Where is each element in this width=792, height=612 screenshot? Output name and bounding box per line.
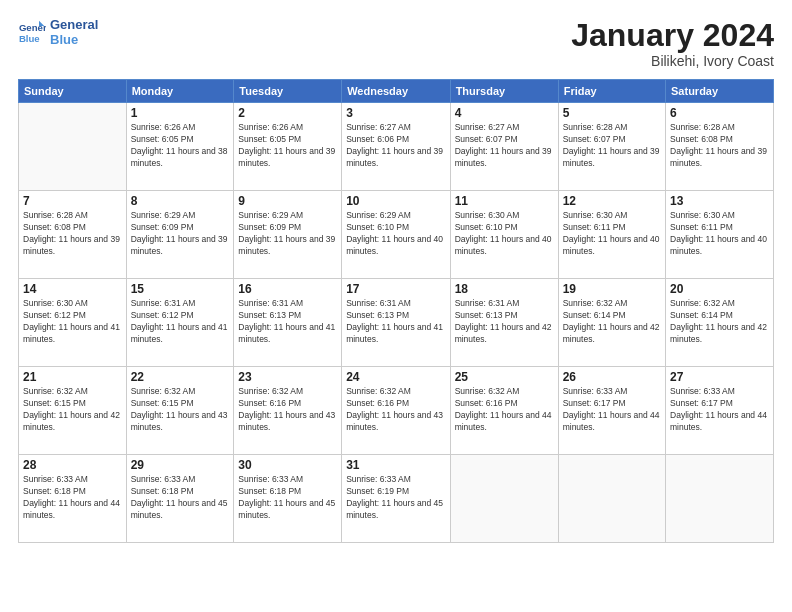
- weekday-tuesday: Tuesday: [234, 80, 342, 103]
- day-cell: [558, 455, 665, 543]
- svg-text:Blue: Blue: [19, 33, 40, 44]
- week-row-4: 21Sunrise: 6:32 AMSunset: 6:15 PMDayligh…: [19, 367, 774, 455]
- day-cell: 8Sunrise: 6:29 AMSunset: 6:09 PMDaylight…: [126, 191, 234, 279]
- day-cell: 11Sunrise: 6:30 AMSunset: 6:10 PMDayligh…: [450, 191, 558, 279]
- logo-blue: Blue: [50, 33, 98, 48]
- logo: General Blue General Blue: [18, 18, 98, 48]
- day-info: Sunrise: 6:31 AMSunset: 6:13 PMDaylight:…: [455, 298, 554, 346]
- day-number: 22: [131, 370, 230, 384]
- day-number: 9: [238, 194, 337, 208]
- week-row-3: 14Sunrise: 6:30 AMSunset: 6:12 PMDayligh…: [19, 279, 774, 367]
- day-number: 28: [23, 458, 122, 472]
- day-cell: 18Sunrise: 6:31 AMSunset: 6:13 PMDayligh…: [450, 279, 558, 367]
- day-info: Sunrise: 6:27 AMSunset: 6:06 PMDaylight:…: [346, 122, 445, 170]
- week-row-1: 1Sunrise: 6:26 AMSunset: 6:05 PMDaylight…: [19, 103, 774, 191]
- day-info: Sunrise: 6:33 AMSunset: 6:17 PMDaylight:…: [670, 386, 769, 434]
- day-info: Sunrise: 6:30 AMSunset: 6:12 PMDaylight:…: [23, 298, 122, 346]
- day-cell: 19Sunrise: 6:32 AMSunset: 6:14 PMDayligh…: [558, 279, 665, 367]
- day-info: Sunrise: 6:31 AMSunset: 6:12 PMDaylight:…: [131, 298, 230, 346]
- day-number: 5: [563, 106, 661, 120]
- header: General Blue General Blue January 2024 B…: [18, 18, 774, 69]
- day-cell: 24Sunrise: 6:32 AMSunset: 6:16 PMDayligh…: [342, 367, 450, 455]
- day-info: Sunrise: 6:33 AMSunset: 6:18 PMDaylight:…: [23, 474, 122, 522]
- day-info: Sunrise: 6:33 AMSunset: 6:18 PMDaylight:…: [131, 474, 230, 522]
- day-info: Sunrise: 6:33 AMSunset: 6:17 PMDaylight:…: [563, 386, 661, 434]
- day-cell: 28Sunrise: 6:33 AMSunset: 6:18 PMDayligh…: [19, 455, 127, 543]
- day-cell: 16Sunrise: 6:31 AMSunset: 6:13 PMDayligh…: [234, 279, 342, 367]
- page: General Blue General Blue January 2024 B…: [0, 0, 792, 612]
- day-number: 30: [238, 458, 337, 472]
- day-cell: 7Sunrise: 6:28 AMSunset: 6:08 PMDaylight…: [19, 191, 127, 279]
- day-cell: 10Sunrise: 6:29 AMSunset: 6:10 PMDayligh…: [342, 191, 450, 279]
- day-cell: 29Sunrise: 6:33 AMSunset: 6:18 PMDayligh…: [126, 455, 234, 543]
- day-number: 16: [238, 282, 337, 296]
- day-number: 10: [346, 194, 445, 208]
- calendar-table: SundayMondayTuesdayWednesdayThursdayFrid…: [18, 79, 774, 543]
- day-number: 26: [563, 370, 661, 384]
- weekday-saturday: Saturday: [666, 80, 774, 103]
- day-info: Sunrise: 6:31 AMSunset: 6:13 PMDaylight:…: [238, 298, 337, 346]
- day-number: 21: [23, 370, 122, 384]
- weekday-thursday: Thursday: [450, 80, 558, 103]
- day-number: 3: [346, 106, 445, 120]
- day-info: Sunrise: 6:27 AMSunset: 6:07 PMDaylight:…: [455, 122, 554, 170]
- day-cell: 22Sunrise: 6:32 AMSunset: 6:15 PMDayligh…: [126, 367, 234, 455]
- day-cell: [450, 455, 558, 543]
- day-info: Sunrise: 6:30 AMSunset: 6:10 PMDaylight:…: [455, 210, 554, 258]
- day-info: Sunrise: 6:26 AMSunset: 6:05 PMDaylight:…: [238, 122, 337, 170]
- day-cell: 3Sunrise: 6:27 AMSunset: 6:06 PMDaylight…: [342, 103, 450, 191]
- day-cell: [19, 103, 127, 191]
- week-row-2: 7Sunrise: 6:28 AMSunset: 6:08 PMDaylight…: [19, 191, 774, 279]
- day-info: Sunrise: 6:32 AMSunset: 6:15 PMDaylight:…: [23, 386, 122, 434]
- weekday-header-row: SundayMondayTuesdayWednesdayThursdayFrid…: [19, 80, 774, 103]
- day-info: Sunrise: 6:32 AMSunset: 6:16 PMDaylight:…: [455, 386, 554, 434]
- day-info: Sunrise: 6:26 AMSunset: 6:05 PMDaylight:…: [131, 122, 230, 170]
- day-number: 23: [238, 370, 337, 384]
- day-number: 19: [563, 282, 661, 296]
- day-cell: 23Sunrise: 6:32 AMSunset: 6:16 PMDayligh…: [234, 367, 342, 455]
- day-cell: 14Sunrise: 6:30 AMSunset: 6:12 PMDayligh…: [19, 279, 127, 367]
- month-title: January 2024: [571, 18, 774, 53]
- logo-general: General: [50, 18, 98, 33]
- day-number: 17: [346, 282, 445, 296]
- day-info: Sunrise: 6:31 AMSunset: 6:13 PMDaylight:…: [346, 298, 445, 346]
- day-number: 27: [670, 370, 769, 384]
- day-info: Sunrise: 6:33 AMSunset: 6:19 PMDaylight:…: [346, 474, 445, 522]
- weekday-friday: Friday: [558, 80, 665, 103]
- day-info: Sunrise: 6:29 AMSunset: 6:09 PMDaylight:…: [131, 210, 230, 258]
- day-cell: 5Sunrise: 6:28 AMSunset: 6:07 PMDaylight…: [558, 103, 665, 191]
- day-cell: 17Sunrise: 6:31 AMSunset: 6:13 PMDayligh…: [342, 279, 450, 367]
- day-info: Sunrise: 6:28 AMSunset: 6:08 PMDaylight:…: [670, 122, 769, 170]
- day-info: Sunrise: 6:30 AMSunset: 6:11 PMDaylight:…: [563, 210, 661, 258]
- day-cell: 13Sunrise: 6:30 AMSunset: 6:11 PMDayligh…: [666, 191, 774, 279]
- day-info: Sunrise: 6:29 AMSunset: 6:10 PMDaylight:…: [346, 210, 445, 258]
- logo-icon: General Blue: [18, 19, 46, 47]
- day-info: Sunrise: 6:32 AMSunset: 6:14 PMDaylight:…: [670, 298, 769, 346]
- day-info: Sunrise: 6:30 AMSunset: 6:11 PMDaylight:…: [670, 210, 769, 258]
- day-info: Sunrise: 6:28 AMSunset: 6:08 PMDaylight:…: [23, 210, 122, 258]
- day-number: 15: [131, 282, 230, 296]
- location: Bilikehi, Ivory Coast: [571, 53, 774, 69]
- day-number: 8: [131, 194, 230, 208]
- day-number: 25: [455, 370, 554, 384]
- weekday-monday: Monday: [126, 80, 234, 103]
- day-cell: 9Sunrise: 6:29 AMSunset: 6:09 PMDaylight…: [234, 191, 342, 279]
- day-info: Sunrise: 6:33 AMSunset: 6:18 PMDaylight:…: [238, 474, 337, 522]
- day-info: Sunrise: 6:28 AMSunset: 6:07 PMDaylight:…: [563, 122, 661, 170]
- day-number: 2: [238, 106, 337, 120]
- day-cell: 31Sunrise: 6:33 AMSunset: 6:19 PMDayligh…: [342, 455, 450, 543]
- day-cell: 2Sunrise: 6:26 AMSunset: 6:05 PMDaylight…: [234, 103, 342, 191]
- day-number: 4: [455, 106, 554, 120]
- day-number: 6: [670, 106, 769, 120]
- day-number: 1: [131, 106, 230, 120]
- day-cell: 20Sunrise: 6:32 AMSunset: 6:14 PMDayligh…: [666, 279, 774, 367]
- day-info: Sunrise: 6:32 AMSunset: 6:15 PMDaylight:…: [131, 386, 230, 434]
- day-info: Sunrise: 6:32 AMSunset: 6:14 PMDaylight:…: [563, 298, 661, 346]
- day-cell: 15Sunrise: 6:31 AMSunset: 6:12 PMDayligh…: [126, 279, 234, 367]
- day-number: 11: [455, 194, 554, 208]
- day-number: 20: [670, 282, 769, 296]
- day-info: Sunrise: 6:29 AMSunset: 6:09 PMDaylight:…: [238, 210, 337, 258]
- day-number: 18: [455, 282, 554, 296]
- day-cell: 30Sunrise: 6:33 AMSunset: 6:18 PMDayligh…: [234, 455, 342, 543]
- day-cell: 1Sunrise: 6:26 AMSunset: 6:05 PMDaylight…: [126, 103, 234, 191]
